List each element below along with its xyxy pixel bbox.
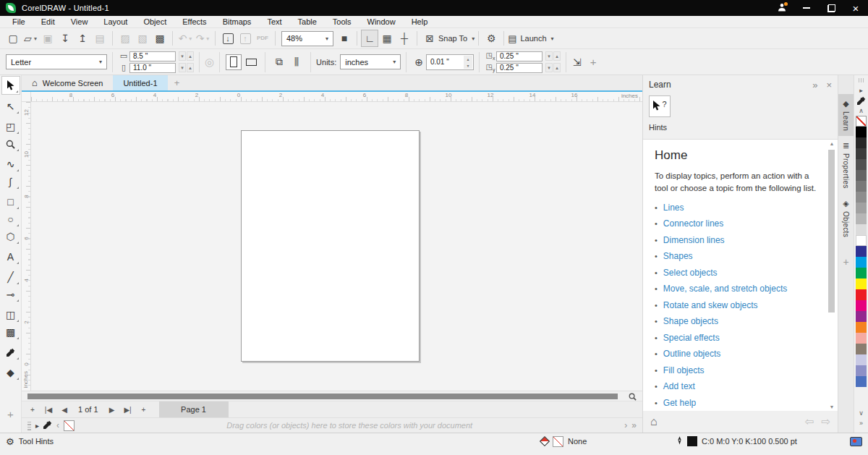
color-swatch[interactable] bbox=[856, 235, 867, 246]
zoom-tool-shortcut-icon[interactable] bbox=[629, 391, 637, 401]
none-color-swatch[interactable] bbox=[64, 420, 75, 431]
duplicate-button[interactable]: ▩ bbox=[151, 30, 169, 47]
learn-topic-link[interactable]: Fill objects bbox=[663, 365, 705, 375]
cloud-upload-button[interactable]: ↥ bbox=[74, 30, 91, 47]
learn-topic-link[interactable]: Shapes bbox=[663, 251, 693, 261]
color-proof-monitor-icon[interactable] bbox=[850, 437, 862, 446]
menu-file[interactable]: File bbox=[4, 17, 33, 26]
eyedropper-icon[interactable] bbox=[857, 95, 866, 106]
add-docker-button[interactable]: + bbox=[838, 251, 854, 273]
vertical-ruler[interactable]: 121086420inches bbox=[22, 102, 31, 391]
learn-topic-link[interactable]: Outline objects bbox=[663, 349, 720, 359]
width-spin-down[interactable]: ▾ bbox=[179, 51, 186, 61]
page-size-combo[interactable]: Letter ▾ bbox=[6, 54, 107, 69]
freehand-tool[interactable]: ∿ bbox=[1, 156, 20, 173]
add-page-button-end[interactable]: + bbox=[136, 406, 152, 414]
close-button[interactable]: × bbox=[843, 0, 868, 16]
first-page-button[interactable]: |◀ bbox=[41, 406, 56, 414]
tab-welcome-screen[interactable]: ⌂ Welcome Screen bbox=[22, 75, 113, 90]
last-page-button[interactable]: ▶| bbox=[120, 406, 136, 414]
learn-topic-link[interactable]: Dimension lines bbox=[663, 235, 725, 245]
print-button[interactable]: ▤ bbox=[91, 30, 109, 47]
color-swatch[interactable] bbox=[856, 192, 867, 203]
launch-button[interactable]: ▤Launch▾ bbox=[508, 33, 553, 44]
close-docker-icon[interactable]: × bbox=[826, 80, 832, 90]
learn-topic-link[interactable]: Special effects bbox=[663, 333, 720, 343]
all-pages-button[interactable]: ⧉ bbox=[271, 56, 288, 68]
publish-to-pdf-button[interactable]: PDF bbox=[254, 30, 271, 47]
color-swatch[interactable] bbox=[856, 268, 867, 278]
treat-as-filled-button[interactable]: ⇲ bbox=[573, 56, 582, 68]
color-swatch[interactable] bbox=[856, 344, 867, 354]
units-combo[interactable]: inches ▾ bbox=[340, 54, 401, 69]
color-swatch[interactable] bbox=[856, 333, 867, 344]
page-width-field[interactable]: 8.5 " bbox=[129, 51, 176, 61]
scroll-up-icon[interactable]: ▲ bbox=[827, 141, 836, 146]
color-swatch[interactable] bbox=[856, 181, 867, 192]
duplicate-y-field[interactable]: 0.25 " bbox=[496, 63, 542, 73]
palette-expand-icon[interactable]: » bbox=[859, 420, 863, 430]
artistic-media-tool[interactable]: ∫ bbox=[1, 173, 20, 190]
interactive-fill-tool[interactable]: ◆ bbox=[1, 364, 20, 381]
menu-effects[interactable]: Effects bbox=[174, 17, 214, 26]
landscape-button[interactable] bbox=[243, 54, 259, 70]
height-spin-down[interactable]: ▾ bbox=[179, 63, 186, 72]
open-document-button[interactable]: ▱▾ bbox=[22, 30, 39, 47]
redo-button[interactable]: ↷▾ bbox=[194, 30, 211, 47]
color-swatch[interactable] bbox=[856, 224, 867, 235]
paste-button[interactable]: ▨ bbox=[116, 30, 134, 47]
page-tab[interactable]: Page 1 bbox=[159, 401, 229, 417]
color-swatch[interactable] bbox=[856, 322, 867, 333]
menu-tools[interactable]: Tools bbox=[325, 17, 359, 26]
zoom-level-combo[interactable]: 48%▾ bbox=[281, 31, 333, 46]
dup-x-spin-up[interactable]: ▴ bbox=[553, 51, 561, 61]
learn-topic-link[interactable]: Select objects bbox=[663, 268, 718, 278]
import-button[interactable]: ↓ bbox=[219, 30, 237, 47]
menu-view[interactable]: View bbox=[63, 17, 96, 26]
back-icon[interactable]: ⇦ bbox=[805, 415, 814, 428]
docker-tab-properties[interactable]: ≣Properties bbox=[838, 136, 854, 194]
scrollbar-thumb[interactable] bbox=[828, 150, 835, 312]
learn-topic-link[interactable]: Get help bbox=[663, 398, 696, 408]
previous-page-button[interactable]: ◀ bbox=[56, 406, 72, 414]
save-document-button[interactable]: ▣ bbox=[39, 30, 56, 47]
dup-x-spin-down[interactable]: ▾ bbox=[545, 51, 553, 61]
menu-object[interactable]: Object bbox=[135, 17, 174, 26]
options-button[interactable]: ⚙ bbox=[482, 30, 500, 47]
color-swatch-none[interactable] bbox=[856, 116, 867, 127]
get-more-download-button[interactable]: ↧ bbox=[56, 30, 74, 47]
color-eyedropper-tool[interactable] bbox=[1, 344, 20, 361]
drop-shadow-tool[interactable]: ◫ bbox=[1, 306, 20, 323]
color-swatch[interactable] bbox=[856, 127, 867, 137]
color-swatch[interactable] bbox=[856, 213, 867, 224]
horizontal-scrollbar[interactable] bbox=[22, 391, 642, 401]
dup-y-spin-up[interactable]: ▴ bbox=[553, 63, 561, 72]
height-spin-up[interactable]: ▴ bbox=[187, 63, 194, 72]
show-guidelines-button[interactable]: ┼ bbox=[396, 30, 413, 47]
expand-right-icon[interactable]: ▸ bbox=[35, 422, 39, 430]
learn-topic-link[interactable]: Move, scale, and stretch objects bbox=[663, 284, 787, 294]
scrollbar-thumb[interactable] bbox=[27, 394, 618, 399]
palette-flyout-icon[interactable]: ▸ bbox=[859, 85, 863, 95]
dimension-tool[interactable]: ╱ bbox=[1, 268, 20, 286]
learn-scrollbar[interactable]: ▲ ▼ bbox=[827, 141, 836, 409]
color-swatch[interactable] bbox=[856, 137, 867, 148]
new-document-button[interactable]: ▢ bbox=[4, 30, 22, 47]
shape-tool[interactable]: ↖ bbox=[1, 98, 20, 115]
account-button[interactable] bbox=[770, 0, 794, 16]
horizontal-ruler[interactable]: 86420246810121416inches bbox=[31, 92, 642, 101]
crop-tool[interactable]: ◰ bbox=[1, 118, 20, 135]
drawing-canvas[interactable] bbox=[31, 102, 642, 391]
scroll-down-icon[interactable]: ▼ bbox=[827, 404, 836, 409]
palette-drag-handle[interactable] bbox=[859, 78, 864, 82]
docker-tab-learn[interactable]: ◆Learn bbox=[838, 94, 854, 136]
nudge-spin-up[interactable]: ▴ bbox=[464, 56, 472, 62]
menu-help[interactable]: Help bbox=[404, 17, 436, 26]
next-page-button[interactable]: ▶ bbox=[104, 406, 120, 414]
menu-edit[interactable]: Edit bbox=[33, 17, 63, 26]
overflow-icon[interactable]: » bbox=[631, 420, 637, 430]
scroll-left-icon[interactable]: ‹ bbox=[56, 420, 59, 430]
gear-icon[interactable]: ⚙ bbox=[6, 436, 14, 447]
color-swatch[interactable] bbox=[856, 203, 867, 213]
hints-button[interactable]: ? bbox=[649, 95, 671, 117]
